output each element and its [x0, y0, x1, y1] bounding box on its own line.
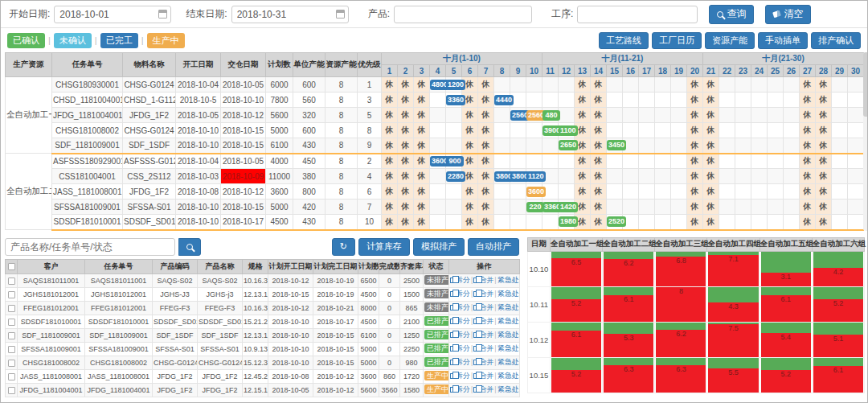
factory-calendar-button[interactable]: 工厂日历 — [652, 32, 702, 49]
process-route-button[interactable]: 工艺路线 — [599, 32, 649, 49]
rest-day-cell: 休 — [414, 199, 430, 215]
simulate-schedule-button[interactable]: 模拟排产 — [413, 238, 465, 256]
select-all-checkbox[interactable] — [8, 263, 15, 270]
calendar-icon[interactable] — [336, 10, 345, 19]
row-checkbox[interactable] — [8, 332, 15, 339]
search-button[interactable] — [178, 238, 201, 256]
capacity-badge[interactable]: 3360 — [446, 95, 465, 105]
query-button[interactable]: 查询 — [709, 5, 754, 24]
capacity-badge[interactable]: 4440 — [494, 95, 514, 105]
capacity-badge[interactable]: 3450 — [607, 140, 626, 150]
split-link[interactable]: 拆分 — [450, 344, 470, 352]
urgent-link[interactable]: 紧急处理 — [497, 276, 520, 284]
row-checkbox[interactable] — [8, 346, 15, 353]
order-row: SDSDF181010001SDSDF181010001SDSDF_SD01SD… — [6, 315, 520, 328]
free-capacity-bar — [604, 358, 653, 365]
filter-bar: 开始日期: 结束日期: 产品: 工序: 查询 清空 — [1, 1, 867, 28]
capacity-badge[interactable]: 2520 — [607, 216, 626, 227]
calc-stock-button[interactable]: 计算库存 — [358, 238, 410, 256]
merge-link[interactable]: 合并 — [473, 331, 493, 339]
row-checkbox[interactable] — [8, 305, 15, 312]
auto-schedule-button[interactable]: 自动排产 — [468, 238, 519, 256]
capacity-badge[interactable]: 1100 — [559, 125, 578, 136]
urgent-link[interactable]: 紧急处理 — [497, 372, 520, 380]
urgent-link[interactable]: 紧急处理 — [497, 385, 520, 393]
merge-link[interactable]: 合并 — [473, 290, 493, 298]
clear-button[interactable]: 清空 — [765, 5, 811, 24]
gantt-day-cell — [623, 123, 639, 138]
row-checkbox[interactable] — [8, 278, 15, 285]
capacity-badge[interactable]: 1120 — [526, 171, 546, 182]
gantt-day-cell — [768, 93, 784, 108]
schedule-confirm-button[interactable]: 排产确认 — [811, 32, 861, 49]
gantt-day-cell — [510, 215, 526, 230]
row-checkbox[interactable] — [8, 387, 15, 394]
capacity-badge[interactable]: 220 — [526, 202, 544, 212]
row-checkbox[interactable] — [8, 373, 15, 380]
capacity-badge[interactable]: 2280 — [446, 171, 465, 182]
merge-link[interactable]: 合并 — [473, 276, 493, 284]
rest-day-cell: 休 — [575, 77, 591, 93]
split-link[interactable]: 拆分 — [450, 317, 470, 325]
merge-link[interactable]: 合并 — [473, 385, 493, 393]
process-input[interactable] — [577, 6, 698, 23]
calendar-icon[interactable] — [158, 10, 167, 19]
gantt-day-cell — [768, 169, 784, 184]
start-date-input[interactable] — [54, 6, 171, 23]
urgent-link[interactable]: 紧急处理 — [497, 344, 520, 352]
capacity-badge[interactable]: 900 — [446, 156, 464, 167]
merge-link[interactable]: 合并 — [473, 303, 493, 311]
split-link[interactable]: 拆分 — [450, 372, 470, 380]
rest-day-cell: 休 — [816, 169, 832, 184]
split-link[interactable]: 拆分 — [450, 290, 470, 298]
used-capacity-bar: 5.1 — [813, 335, 863, 356]
merge-link[interactable]: 合并 — [473, 372, 493, 380]
orders-column-header: 完成数 — [379, 259, 400, 273]
split-link[interactable]: 拆分 — [450, 358, 470, 366]
urgent-link[interactable]: 紧急处理 — [497, 317, 520, 325]
orders-column-header: 齐套库存 — [400, 259, 424, 273]
order-row: SDF_1181009001SDF_1181009001SDF_1SDFSDF_… — [6, 328, 520, 342]
row-checkbox[interactable] — [8, 360, 15, 367]
orders-column-header: 产品名称 — [198, 259, 243, 273]
merge-link[interactable]: 合并 — [473, 358, 493, 366]
capacity-badge[interactable]: 2650 — [559, 140, 578, 150]
capacity-badge[interactable]: 1200 — [446, 80, 465, 90]
rest-day-cell: 休 — [398, 77, 414, 93]
manual-insert-button[interactable]: 手动插单 — [758, 32, 808, 49]
end-date-input[interactable] — [231, 6, 349, 23]
capacity-badge[interactable]: 480 — [542, 110, 560, 121]
split-link[interactable]: 拆分 — [450, 276, 470, 284]
merge-link[interactable]: 合并 — [473, 317, 493, 325]
product-input[interactable] — [394, 6, 532, 23]
gantt-day-cell — [542, 215, 559, 230]
resource-capacity-button[interactable]: 资源产能 — [705, 32, 755, 49]
vertical-scrollbar[interactable] — [863, 52, 868, 231]
legend-badge: 生产中 — [147, 33, 185, 48]
refresh-button[interactable]: ↻ — [332, 238, 355, 256]
status-badge: 未排产 — [424, 289, 449, 298]
urgent-link[interactable]: 紧急处理 — [497, 358, 520, 366]
gantt-day-cell — [607, 123, 623, 138]
urgent-link[interactable]: 紧急处理 — [497, 303, 520, 311]
urgent-link[interactable]: 紧急处理 — [497, 290, 520, 298]
split-link[interactable]: 拆分 — [450, 385, 470, 393]
gantt-column-header: 生产资源 — [6, 53, 52, 77]
merge-link[interactable]: 合并 — [473, 344, 493, 352]
row-checkbox[interactable] — [8, 291, 15, 298]
operations-cell: 拆分|合并|紧急处理 — [449, 301, 520, 315]
split-link[interactable]: 拆分 — [450, 331, 470, 339]
gantt-day-cell: 2560 — [526, 108, 542, 123]
gantt-day-cell — [784, 138, 800, 154]
gantt-day-cell — [671, 169, 687, 184]
gantt-row: CSS181004001CSS_2S1122018-10-032018-10-0… — [6, 169, 864, 184]
capacity-badge[interactable]: 1420 — [559, 202, 578, 212]
split-link[interactable]: 拆分 — [450, 303, 470, 311]
urgent-link[interactable]: 紧急处理 — [497, 331, 520, 339]
search-input[interactable] — [5, 238, 175, 256]
resource-capacity-cell: 8 — [326, 154, 358, 169]
capacity-badge[interactable]: 3600 — [526, 187, 546, 197]
row-checkbox[interactable] — [8, 319, 15, 326]
scrollbar-thumb[interactable] — [863, 52, 868, 117]
capacity-badge[interactable]: 1980 — [559, 216, 578, 227]
